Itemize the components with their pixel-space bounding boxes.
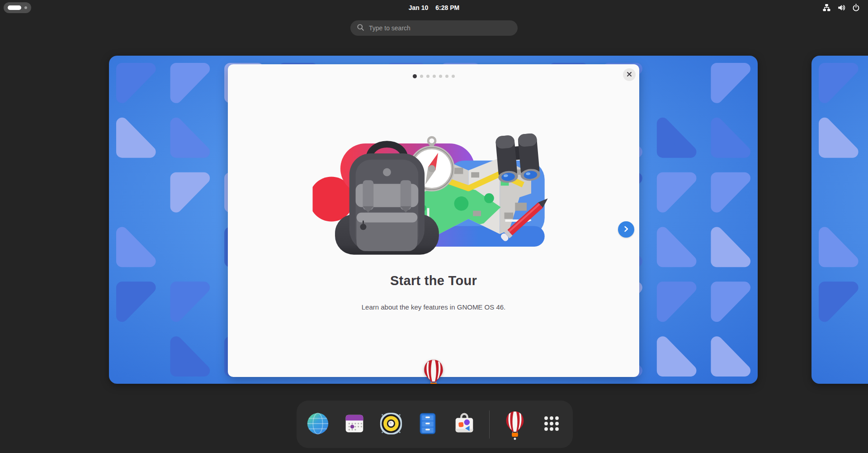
software-icon (452, 411, 476, 438)
dock-item-files[interactable] (415, 409, 440, 440)
tour-title: Start the Tour (228, 273, 639, 288)
gnome-overview-desktop: { "topbar": { "date": "Jan 10", "time": … (0, 0, 868, 453)
dock-item-tour[interactable] (502, 409, 527, 440)
date-label: Jan 10 (409, 4, 429, 11)
time-label: 6:28 PM (435, 4, 459, 11)
quick-settings-button[interactable] (820, 0, 863, 15)
pager-dot-2[interactable] (420, 75, 423, 78)
search-row (0, 20, 868, 36)
dock (297, 401, 573, 448)
dock-item-web-browser[interactable] (306, 409, 330, 440)
next-page-button[interactable] (618, 221, 634, 238)
tour-subtitle: Learn about the key features in GNOME OS… (228, 303, 639, 311)
tour-illustration (313, 130, 555, 262)
search-field[interactable] (350, 20, 518, 36)
pager-dot-1[interactable] (413, 74, 417, 78)
dock-item-app-grid[interactable] (539, 409, 564, 440)
workspace-indicator[interactable] (4, 2, 31, 13)
workspace-thumbnail-current[interactable]: Start the Tour Learn about the key featu… (109, 56, 758, 384)
wallpaper-image (811, 56, 868, 384)
pager-dot-4[interactable] (433, 75, 436, 78)
clock-button[interactable]: Jan 10 6:28 PM (409, 0, 460, 15)
pager-dot-7[interactable] (452, 75, 455, 78)
tour-balloon-icon (504, 410, 526, 439)
network-wired-icon (823, 4, 830, 11)
chevron-right-icon (623, 225, 630, 234)
dock-item-software[interactable] (452, 409, 476, 440)
pager-dot-3[interactable] (426, 75, 429, 78)
dock-item-music[interactable] (379, 409, 404, 440)
music-icon (379, 411, 403, 438)
calendar-icon (342, 411, 367, 438)
search-icon (357, 24, 364, 33)
dock-item-calendar[interactable] (342, 409, 367, 440)
files-icon (415, 411, 440, 438)
app-grid-icon (541, 413, 562, 436)
search-input[interactable] (369, 24, 511, 32)
web-browser-icon (306, 411, 330, 438)
top-bar: Jan 10 6:28 PM (0, 0, 868, 15)
pager-dot-6[interactable] (445, 75, 448, 78)
running-indicator-dot (514, 438, 516, 440)
power-icon (852, 4, 860, 11)
pager-dots (228, 74, 639, 78)
binoculars-art (495, 133, 541, 184)
tour-window[interactable]: Start the Tour Learn about the key featu… (228, 64, 639, 377)
pager-dot-5[interactable] (439, 75, 442, 78)
tour-app-icon (422, 359, 445, 384)
volume-icon (837, 4, 845, 12)
workspace-thumbnail-next[interactable] (811, 56, 868, 384)
close-icon (627, 72, 632, 78)
dock-separator (489, 410, 490, 439)
workspace-dot-2 (24, 6, 27, 9)
workspace-dot-1 (8, 5, 21, 10)
close-window-button[interactable] (623, 68, 636, 81)
